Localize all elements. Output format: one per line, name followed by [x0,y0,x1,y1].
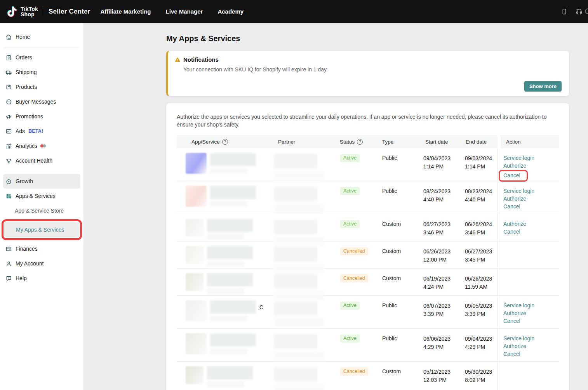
show-more-button[interactable]: Show more [524,81,562,92]
service-login-link[interactable]: Service login [503,335,559,342]
sidebar-item-finances[interactable]: Finances [3,241,80,256]
service-login-link[interactable]: Service login [503,187,559,195]
tiktok-shop-logo[interactable]: TikTok Shop [5,5,38,18]
end-date: 05/30/2023 [465,368,498,376]
sidebar-divider [5,47,79,47]
end-date-cell: 09/05/20233:39 PM [462,296,498,328]
action-cell: Service loginAuthorizeCancel [498,148,559,182]
end-date: 09/04/2023 [465,335,498,343]
sidebar-item-ads[interactable]: ADAdsBETA! [3,124,80,139]
partner-cell [268,362,334,390]
sidebar-item-home[interactable]: Home [3,29,80,44]
sidebar-item-my-account[interactable]: My Account [3,256,80,271]
end-time: 3:46 PM [465,229,498,237]
sidebar-item-account-health[interactable]: Account Health [3,153,80,168]
sidebar-item-app-and-service-store[interactable]: App & Service Store [3,203,80,218]
help-icon[interactable]: ? [357,139,363,145]
sidebar-item-orders[interactable]: Orders [3,50,80,65]
action-cell: Service loginAuthorizeCancel [498,329,559,361]
column-header-end-date: End date [462,139,498,145]
sidebar-item-promotions[interactable]: Promotions [3,109,80,124]
end-time: 3:39 PM [465,310,498,318]
sidebar-item-label: Home [16,34,30,40]
end-time: 11:59 AM [465,283,498,291]
nav-live-manager[interactable]: Live Manager [166,8,203,15]
authorize-link[interactable]: Authorize [503,162,559,170]
partner-cell [268,329,334,361]
mobile-app-icon[interactable] [561,8,568,15]
sidebar-item-my-apps-and-services[interactable]: My Apps & Services [4,222,79,237]
status-cell: Active [334,329,375,361]
nav-academy[interactable]: Academy [217,8,244,15]
authorize-link[interactable]: Authorize [503,195,559,203]
redacted-app-thumbnail [186,219,204,237]
sidebar-item-analytics[interactable]: Analytics [3,139,80,153]
authorize-link[interactable]: Authorize [503,220,559,228]
redacted-partner-name [274,187,317,201]
sidebar-item-growth[interactable]: Growth [3,174,80,189]
redacted-app-thumbnail [186,366,204,384]
column-header-type: Type [375,139,419,145]
sidebar-item-label: Help [16,275,27,281]
sidebar-item-label: Buyer Messages [16,99,56,105]
end-date-cell: 09/03/20241:14 PM [462,148,498,182]
help-icon[interactable]: ? [222,139,228,145]
status-badge: Cancelled [340,247,368,255]
cancel-link[interactable]: Cancel [503,317,559,325]
status-cell: Active [334,148,375,182]
sidebar-item-label: Account Health [16,158,52,164]
support-headset-icon[interactable] [576,8,583,15]
home-icon [5,34,12,40]
table-row: CancelledCustom06/19/20234:24 PM06/26/20… [177,269,559,296]
sidebar-item-label: Ads [16,128,25,134]
notification-message: Your connection with SKU IQ for Shopify … [183,66,562,73]
beta-badge: BETA! [28,128,43,134]
redacted-app-name [210,300,256,328]
end-time: 8:02 PM [465,376,498,384]
cancel-link[interactable]: Cancel [503,350,559,358]
buyer-messages-icon [5,99,12,105]
column-label: Partner [278,139,295,145]
column-header-app-service: App/Service? [177,139,268,145]
redacted-app-name [210,333,256,361]
brand-text: TikTok Shop [21,6,38,17]
seller-center-title[interactable]: Seller Center [49,8,90,16]
cancel-link[interactable]: Cancel [503,172,520,179]
sidebar-item-shipping[interactable]: Shipping [3,65,80,80]
tiktok-note-icon [5,5,19,18]
redacted-app-thumbnail [186,246,204,264]
service-login-link[interactable]: Service login [503,302,559,309]
sidebar-item-help[interactable]: ?Help [3,271,80,286]
app-service-cell [177,181,268,214]
redacted-partner-line2 [274,351,324,361]
cancel-link[interactable]: Cancel [503,228,559,236]
column-label: Action [506,139,521,145]
type-cell: Custom [375,362,419,390]
nav-affiliate-marketing[interactable]: Affiliate Marketing [101,8,151,15]
start-date: 06/06/2023 [423,335,462,343]
redacted-partner-name [274,154,317,168]
service-login-link[interactable]: Service login [503,154,559,162]
redacted-app-thumbnail [186,186,207,207]
help-icon: ? [5,275,12,282]
sidebar-item-products[interactable]: Products [3,80,80,94]
sidebar-item-apps-and-services[interactable]: Apps & Services [3,189,80,203]
authorize-link[interactable]: Authorize [503,309,559,317]
type-cell: Public [375,296,419,328]
sidebar-item-label: Orders [16,54,32,61]
authorize-link[interactable]: Authorize [503,342,559,350]
column-header-partner: Partner [268,139,334,145]
sidebar-item-label: App & Service Store [15,208,64,214]
cancel-link[interactable]: Cancel [503,203,559,210]
app-service-cell [177,148,268,182]
start-date: 06/26/2023 [423,248,462,256]
table-row: ActiveCustom06/27/20233:46 PM06/26/20243… [177,214,559,241]
sidebar-item-buyer-messages[interactable]: Buyer Messages [3,94,80,109]
status-badge: Cancelled [340,274,368,283]
end-date: 09/03/2024 [465,154,498,163]
status-badge: Active [340,220,360,228]
redacted-app-thumbnail [186,300,207,321]
svg-text:?: ? [8,277,10,279]
partner-cell [268,296,334,328]
redacted-app-name [210,186,256,214]
